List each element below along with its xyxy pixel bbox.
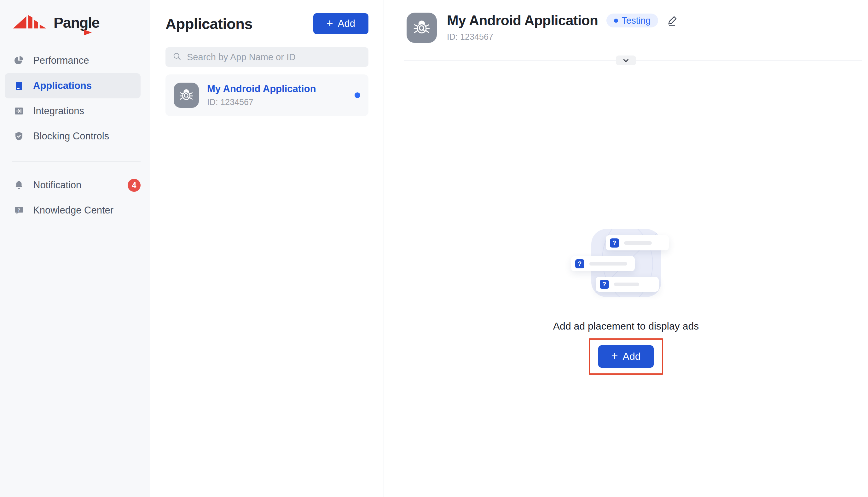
sidebar: Pangle Performance [0,0,150,497]
svg-text:?: ? [18,208,20,213]
sidebar-item-integrations[interactable]: Integrations [0,98,150,124]
sidebar-divider [12,161,141,162]
empty-placements-state: ? ? ? Add ad placement to display ads + … [384,229,868,375]
placeholder-bar [589,262,627,266]
question-icon: ? [575,259,584,268]
app-search-box [165,47,368,67]
sidebar-item-label: Knowledge Center [33,205,114,216]
applications-list-panel: Applications + Add [150,0,384,497]
notification-count-badge: 4 [128,179,141,192]
sidebar-item-label: Integrations [33,105,84,117]
illustration-row: ? [571,256,635,271]
app-list-item[interactable]: My Android Application ID: 1234567 [165,74,368,116]
header-collapse-row [384,56,868,66]
sidebar-item-label: Applications [33,80,92,91]
sidebar-nav: Performance Applications [0,48,150,223]
bell-icon [14,180,24,190]
shield-check-icon [14,131,24,142]
plus-icon: + [612,350,618,362]
pangle-dashboard: Pangle Performance [0,0,868,497]
logo-accent-icon [84,22,92,39]
sidebar-item-notification[interactable]: Notification 4 [0,172,150,198]
placeholder-bar [624,241,652,245]
question-icon: ? [600,280,609,289]
edit-app-button[interactable] [666,14,678,27]
search-icon [172,52,182,62]
detail-app-title: My Android Application [447,13,598,28]
bug-app-icon [407,13,437,43]
app-detail-panel: My Android Application Testing ID: 12345… [384,0,868,497]
integrations-icon [14,105,24,116]
book-icon [14,81,24,91]
pangle-logo[interactable]: Pangle [0,13,150,31]
sidebar-item-label: Notification [33,180,81,191]
placements-illustration: ? ? ? [591,229,662,302]
app-name: My Android Application [207,83,316,95]
plus-icon: + [326,18,333,29]
edit-pencil-icon [666,14,678,27]
panel-title: Applications [165,15,252,32]
sidebar-item-blocking-controls[interactable]: Blocking Controls [0,124,150,149]
placeholder-bar [614,283,639,286]
status-label: Testing [622,15,651,26]
bug-app-icon [174,83,199,108]
add-placement-button[interactable]: + Add [598,345,654,368]
pie-chart-icon [14,55,24,66]
sidebar-item-applications[interactable]: Applications [5,73,141,98]
pangle-wordmark: Pangle [54,14,99,31]
add-button-label: Add [623,351,641,363]
sidebar-item-performance[interactable]: Performance [0,48,150,73]
illustration-row: ? [606,235,669,251]
add-application-button[interactable]: + Add [313,13,368,34]
question-icon: ? [610,238,619,247]
action-highlight-box: + Add [589,338,663,375]
sidebar-item-label: Blocking Controls [33,130,109,142]
illustration-row: ? [596,277,659,292]
empty-state-message: Add ad placement to display ads [553,321,699,332]
pangle-logo-mark-icon [12,14,49,31]
app-id: ID: 1234567 [207,97,316,107]
help-bubble-icon: ? [14,205,24,216]
sidebar-item-label: Performance [33,55,89,66]
collapse-header-button[interactable] [616,56,636,65]
search-input[interactable] [187,52,362,62]
status-dot-icon [614,19,618,23]
add-button-label: Add [338,18,355,29]
chevron-down-icon [622,56,630,65]
selected-indicator-dot [355,93,360,98]
status-badge: Testing [606,14,658,27]
sidebar-item-knowledge-center[interactable]: ? Knowledge Center [0,198,150,223]
detail-app-id: ID: 1234567 [447,32,678,42]
